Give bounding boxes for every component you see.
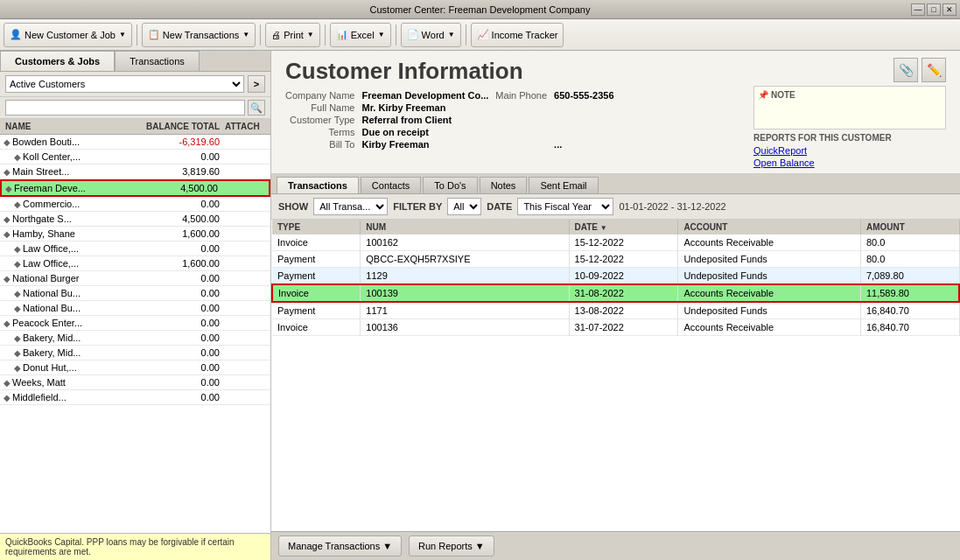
customer-balance: 3,819.60 <box>144 166 223 177</box>
toolbar-separator-1 <box>137 24 137 46</box>
tab-transactions-detail[interactable]: Transactions <box>277 177 359 193</box>
bill-to-value: Kirby Freeman <box>361 139 488 150</box>
customer-balance: 0.00 <box>144 273 223 284</box>
manage-transactions-button[interactable]: Manage Transactions ▼ <box>278 536 402 556</box>
new-customer-job-button[interactable]: 👤 New Customer & Job ▼ <box>4 23 132 47</box>
search-button[interactable]: 🔍 <box>248 100 265 116</box>
quickreport-link[interactable]: QuickReport <box>753 145 946 156</box>
customer-row[interactable]: ◆Law Office,...1,600.00 <box>0 256 270 271</box>
num-column-header[interactable]: NUM <box>361 220 569 234</box>
edit-button[interactable]: ✏️ <box>921 58 946 82</box>
maximize-button[interactable]: □ <box>927 4 941 16</box>
table-row[interactable]: Payment117113-08-2022Undeposited Funds16… <box>272 302 959 319</box>
tab-customers-jobs[interactable]: Customers & Jobs <box>0 51 115 71</box>
dropdown-arrow-icon-3: ▼ <box>307 31 314 38</box>
type-column-header[interactable]: TYPE <box>272 220 361 234</box>
date-cell: 31-08-2022 <box>569 284 678 302</box>
num-cell: 1171 <box>361 302 569 319</box>
customer-name: ◆National Burger <box>4 273 144 284</box>
customer-row[interactable]: ◆Middlefield...0.00 <box>0 390 270 405</box>
table-row[interactable]: Payment112910-09-2022Undeposited Funds7,… <box>272 268 959 285</box>
tab-notes[interactable]: Notes <box>480 177 528 193</box>
company-name-label: Company Name <box>285 90 354 101</box>
customer-name: ◆Law Office,... <box>14 258 144 269</box>
customer-list-header: NAME BALANCE TOTAL ATTACH <box>0 119 270 135</box>
customer-row[interactable]: ◆Peacock Enter...0.00 <box>0 316 270 331</box>
diamond-icon: ◆ <box>4 229 11 239</box>
terms-value: Due on receipt <box>361 127 488 137</box>
customer-row[interactable]: ◆Law Office,...0.00 <box>0 242 270 256</box>
run-reports-button[interactable]: Run Reports ▼ <box>409 536 494 556</box>
account-column-header[interactable]: ACCOUNT <box>678 220 861 234</box>
type-cell: Payment <box>272 302 361 319</box>
word-button[interactable]: 📄 Word ▼ <box>401 23 461 47</box>
customer-row[interactable]: ◆National Burger0.00 <box>0 271 270 286</box>
dropdown-arrow-icon-2: ▼ <box>242 31 249 38</box>
customer-row[interactable]: ◆Main Street...3,819.60 <box>0 164 270 179</box>
num-cell: 100162 <box>361 234 569 251</box>
pin-icon: 📌 <box>758 90 768 100</box>
amount-cell: 11,589.80 <box>860 284 959 302</box>
customer-row[interactable]: ◆National Bu...0.00 <box>0 301 270 316</box>
transactions-table-container: TYPE NUM DATE ▼ ACCOUNT AMOUNT Invoice10… <box>271 220 960 531</box>
qb-capital-notice: QuickBooks Capital. PPP loans may be for… <box>0 533 271 560</box>
tab-contacts[interactable]: Contacts <box>361 177 421 193</box>
tab-sent-email[interactable]: Sent Email <box>529 177 598 193</box>
date-select[interactable]: This Fiscal Year <box>517 198 613 215</box>
bottom-bar: Manage Transactions ▼ Run Reports ▼ <box>271 531 960 560</box>
customer-row[interactable]: ◆Donut Hut,...0.00 <box>0 360 270 375</box>
expand-button[interactable]: > <box>248 75 265 93</box>
diamond-icon: ◆ <box>14 152 21 162</box>
customer-row[interactable]: ◆Bowden Bouti...-6,319.60 <box>0 135 270 150</box>
customer-balance: 0.00 <box>144 362 223 373</box>
excel-button[interactable]: 📊 Excel ▼ <box>330 23 391 47</box>
amount-cell: 80.0 <box>860 251 959 268</box>
customer-row[interactable]: ◆Northgate S...4,500.00 <box>0 212 270 227</box>
tab-todos[interactable]: To Do's <box>423 177 477 193</box>
attach-button[interactable]: 📎 <box>893 58 918 82</box>
customer-row[interactable]: ◆Hamby, Shane1,600.00 <box>0 227 270 242</box>
new-transactions-button[interactable]: 📋 New Transactions ▼ <box>142 23 256 47</box>
customer-row[interactable]: ◆Freeman Deve...4,500.00 <box>0 179 270 197</box>
filter-by-select[interactable]: All <box>447 198 481 215</box>
table-row[interactable]: Invoice10013631-07-2022Accounts Receivab… <box>272 319 959 336</box>
diamond-icon: ◆ <box>14 244 21 254</box>
table-row[interactable]: Invoice10013931-08-2022Accounts Receivab… <box>272 284 959 302</box>
table-row[interactable]: PaymentQBCC-EXQH5R7XSIYE15-12-2022Undepo… <box>272 251 959 268</box>
word-icon: 📄 <box>407 29 419 40</box>
date-column-header[interactable]: DATE ▼ <box>569 220 678 234</box>
balance-column-header: BALANCE TOTAL <box>144 121 223 132</box>
run-reports-label: Run Reports <box>418 541 473 551</box>
search-row: 🔍 <box>0 97 270 119</box>
print-button[interactable]: 🖨 Print ▼ <box>265 23 320 47</box>
amount-cell: 16,840.70 <box>860 319 959 336</box>
tab-transactions[interactable]: Transactions <box>115 51 200 71</box>
active-customers-dropdown[interactable]: Active Customers All Customers Inactive … <box>5 75 244 93</box>
customer-name: ◆Peacock Enter... <box>4 318 144 328</box>
income-tracker-button[interactable]: 📈 Income Tracker <box>471 23 564 47</box>
customer-row[interactable]: ◆Commercio...0.00 <box>0 197 270 212</box>
show-select[interactable]: All Transa... <box>313 198 388 215</box>
customer-row[interactable]: ◆Weeks, Matt0.00 <box>0 375 270 390</box>
customer-name: ◆National Bu... <box>14 303 144 313</box>
dropdown-arrow-icon-4: ▼ <box>378 31 385 38</box>
type-cell: Invoice <box>272 234 361 251</box>
table-row[interactable]: Invoice10016215-12-2022Accounts Receivab… <box>272 234 959 251</box>
open-balance-link[interactable]: Open Balance <box>753 158 946 168</box>
customer-row[interactable]: ◆National Bu...0.00 <box>0 286 270 301</box>
diamond-icon: ◆ <box>14 289 21 298</box>
customer-row[interactable]: ◆Bakery, Mid...0.00 <box>0 331 270 346</box>
amount-column-header[interactable]: AMOUNT <box>860 220 959 234</box>
diamond-icon: ◆ <box>14 333 21 343</box>
close-button[interactable]: ✕ <box>942 4 956 16</box>
date-cell: 15-12-2022 <box>569 234 678 251</box>
account-cell: Accounts Receivable <box>678 319 861 336</box>
customer-row[interactable]: ◆Bakery, Mid...0.00 <box>0 346 270 360</box>
title-bar: Customer Center: Freeman Development Com… <box>0 0 960 19</box>
customer-row[interactable]: ◆Koll Center,...0.00 <box>0 150 270 164</box>
empty-label-3 <box>495 127 547 137</box>
minimize-button[interactable]: — <box>911 4 925 16</box>
bill-to-label: Bill To <box>285 139 354 150</box>
customer-name: ◆Weeks, Matt <box>4 377 144 388</box>
search-input[interactable] <box>5 100 245 116</box>
